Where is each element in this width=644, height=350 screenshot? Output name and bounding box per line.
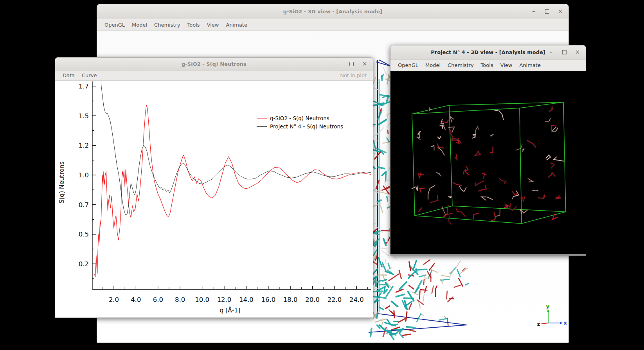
maximize-icon: [562, 50, 567, 54]
y-tick-label: 0.7: [79, 201, 89, 209]
menu-curve[interactable]: Curve: [78, 70, 100, 80]
titlebar-plot[interactable]: g-SiO2 - S(q) Neutrons – ×: [55, 58, 373, 70]
plot-menu-items: DataCurve: [59, 70, 100, 80]
menu-view[interactable]: View: [497, 60, 516, 70]
y-tick-label: 0.5: [79, 231, 89, 238]
x-axis-glyph: x: [564, 320, 567, 326]
y-axis-glyph: y: [546, 304, 549, 309]
y-tick-label: 1.0: [79, 171, 89, 179]
y-axis-label: S(q) Neutrons: [58, 161, 65, 203]
menu-data[interactable]: Data: [59, 70, 78, 80]
status-not-in-plot: Not in plot: [340, 72, 369, 78]
close-button[interactable]: ×: [556, 7, 565, 16]
x-tick-label: 16.0: [261, 296, 275, 303]
viewport-project4-3d[interactable]: [390, 71, 586, 254]
minimize-button[interactable]: –: [334, 60, 342, 68]
menubar-plot: DataCurve Not in plot: [55, 70, 373, 81]
x-tick-label: 2.0: [109, 296, 119, 303]
titlebar-gsio2-3d[interactable]: g-SiO2 - 3D view - [Analysis mode] – ×: [97, 4, 568, 19]
close-button[interactable]: ×: [360, 60, 369, 68]
minimize-button[interactable]: –: [529, 7, 538, 16]
desktop: { "window_controls": { "minimize": "–", …: [0, 0, 644, 350]
window-title: g-SiO2 - S(q) Neutrons: [182, 61, 246, 67]
x-tick-label: 14.0: [239, 296, 254, 303]
menu-opengl[interactable]: OpenGL: [101, 19, 128, 31]
x-tick-label: 6.0: [153, 296, 163, 303]
menu-opengl[interactable]: OpenGL: [394, 60, 422, 70]
simulation-box-wireframe: [412, 102, 566, 224]
x-tick-label: 4.0: [131, 296, 141, 303]
minimize-button[interactable]: –: [547, 48, 555, 57]
x-tick-label: 8.0: [175, 296, 185, 303]
window-title: g-SiO2 - 3D view - [Analysis mode]: [283, 9, 383, 14]
maximize-icon: [349, 62, 354, 66]
menu-animate[interactable]: Animate: [516, 60, 544, 70]
y-tick-label: 1.5: [79, 112, 89, 120]
y-tick-label: 1.7: [79, 83, 89, 90]
molecule-fragments: [412, 106, 564, 224]
menu-model[interactable]: Model: [128, 19, 151, 31]
window-project4-3d-view: Project N° 4 - 3D view - [Analysis mode]…: [390, 45, 586, 256]
maximize-button[interactable]: [543, 7, 551, 16]
x-tick-label: 10.0: [195, 296, 209, 303]
close-button[interactable]: ×: [573, 48, 582, 57]
menu-chemistry[interactable]: Chemistry: [151, 19, 184, 31]
maximize-icon: [545, 9, 549, 14]
x-tick-label: 12.0: [217, 296, 232, 303]
legend-entry: g-SiO2 - S(q) Neutrons: [270, 115, 329, 121]
legend-entry: Project N° 4 - S(q) Neutrons: [270, 123, 343, 130]
menubar-project4: OpenGLModelChemistryToolsViewAnimate: [390, 60, 586, 71]
x-tick-label: 20.0: [305, 296, 320, 303]
y-tick-label: 0.2: [79, 260, 89, 268]
x-axis-label: q [Å-1]: [220, 307, 241, 314]
curve-project4: [101, 81, 371, 215]
menu-model[interactable]: Model: [422, 60, 444, 70]
menubar-gsio2-3d: OpenGLModelChemistryToolsViewAnimate: [97, 19, 568, 31]
maximize-button[interactable]: [347, 60, 356, 68]
menu-tools[interactable]: Tools: [184, 19, 203, 31]
x-tick-label: 24.0: [349, 296, 364, 303]
z-axis-glyph: z: [537, 321, 540, 327]
plot-area[interactable]: 1.71.51.21.00.70.50.22.04.06.08.010.012.…: [55, 81, 373, 318]
molecule-scene-project4: [390, 71, 585, 254]
menu-animate[interactable]: Animate: [222, 19, 250, 31]
menu-view[interactable]: View: [203, 19, 223, 31]
x-tick-label: 22.0: [327, 296, 342, 303]
x-tick-label: 18.0: [283, 296, 298, 303]
menu-tools[interactable]: Tools: [477, 60, 497, 70]
maximize-button[interactable]: [560, 48, 568, 57]
window-sq-neutrons-plot: g-SiO2 - S(q) Neutrons – × DataCurve Not…: [55, 57, 373, 318]
sq-neutrons-chart: 1.71.51.21.00.70.50.22.04.06.08.010.012.…: [55, 81, 372, 318]
menu-chemistry[interactable]: Chemistry: [444, 60, 477, 70]
axes-triad: yxz: [537, 304, 567, 327]
titlebar-project4[interactable]: Project N° 4 - 3D view - [Analysis mode]…: [390, 45, 586, 60]
curve-gsio2: [95, 105, 371, 277]
window-title: Project N° 4 - 3D view - [Analysis mode]: [431, 49, 545, 55]
y-tick-label: 1.2: [79, 142, 89, 149]
